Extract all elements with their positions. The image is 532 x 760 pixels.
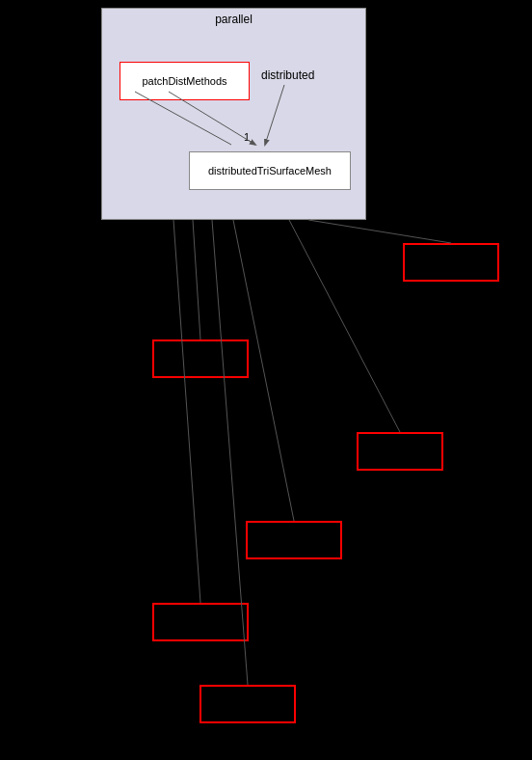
dist-tri-box: distributedTriSurfaceMesh <box>189 151 351 190</box>
red-box-3 <box>357 432 443 471</box>
red-box-1 <box>403 243 499 282</box>
red-box-4 <box>246 521 342 559</box>
svg-line-5 <box>289 220 400 432</box>
svg-line-3 <box>308 220 451 243</box>
red-box-5 <box>152 603 249 641</box>
red-box-2 <box>152 339 249 378</box>
patch-dist-box: patchDistMethods <box>120 62 250 100</box>
distributed-label: distributed <box>261 68 314 82</box>
svg-line-7 <box>173 220 200 603</box>
svg-line-4 <box>193 220 200 339</box>
arrow-label: 1 <box>244 131 250 143</box>
parallel-box: parallel patchDistMethods distributed di… <box>101 8 366 220</box>
red-box-6 <box>200 685 296 723</box>
parallel-label: parallel <box>102 13 365 26</box>
patch-dist-label: patchDistMethods <box>142 75 226 87</box>
diagram-container: parallel patchDistMethods distributed di… <box>0 0 532 760</box>
dist-tri-label: distributedTriSurfaceMesh <box>208 165 332 176</box>
